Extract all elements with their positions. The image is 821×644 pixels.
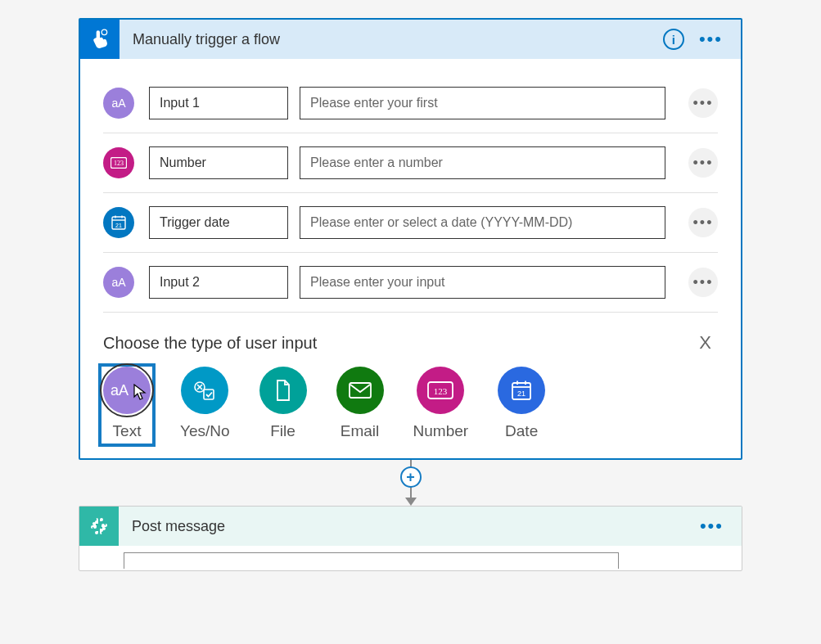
file-icon xyxy=(259,367,307,414)
svg-text:123: 123 xyxy=(434,386,448,396)
post-message-card: Post message ••• xyxy=(79,506,742,571)
picker-option-email[interactable]: Email xyxy=(336,367,384,440)
date-type-icon: 21 xyxy=(103,207,134,238)
post-message-menu-button[interactable]: ••• xyxy=(697,519,727,534)
picker-option-yesno[interactable]: Yes/No xyxy=(180,367,230,440)
info-icon[interactable]: i xyxy=(663,29,684,50)
email-icon xyxy=(336,367,384,414)
date-icon: 21 xyxy=(498,367,545,414)
trigger-menu-button[interactable]: ••• xyxy=(696,32,726,47)
arrow-down-icon xyxy=(405,498,417,506)
picker-option-text[interactable]: aA Text xyxy=(98,363,156,447)
trigger-card: Manually trigger a flow i ••• aA Input 1… xyxy=(79,18,742,460)
input-row-menu-button[interactable]: ••• xyxy=(688,268,718,297)
svg-text:21: 21 xyxy=(517,390,526,398)
svg-text:123: 123 xyxy=(114,160,124,167)
svg-text:21: 21 xyxy=(115,223,122,228)
number-icon: 123 xyxy=(417,367,464,414)
text-type-icon: aA xyxy=(103,267,134,298)
cursor-icon xyxy=(133,384,148,400)
post-message-title: Post message xyxy=(119,518,697,535)
picker-option-date[interactable]: 21 Date xyxy=(498,367,545,440)
slack-icon xyxy=(79,507,119,546)
svg-point-0 xyxy=(101,29,107,35)
picker-option-label: File xyxy=(270,422,295,440)
trigger-title: Manually trigger a flow xyxy=(120,31,663,48)
picker-close-button[interactable]: X xyxy=(692,329,718,357)
number-type-icon: 123 xyxy=(103,147,134,178)
input-name-field[interactable]: Input 1 xyxy=(149,87,288,119)
input-row: aA Input 1 Please enter your first ••• xyxy=(103,74,718,133)
picker-title: Choose the type of user input xyxy=(103,334,317,353)
input-row: 21 Trigger date Please enter or select a… xyxy=(103,193,718,253)
input-name-field[interactable]: Number xyxy=(149,146,288,179)
text-type-icon: aA xyxy=(103,88,134,119)
text-icon: aA xyxy=(103,367,151,414)
input-row-menu-button[interactable]: ••• xyxy=(688,88,718,118)
picker-option-label: Text xyxy=(113,422,142,440)
input-row: aA Input 2 Please enter your input ••• xyxy=(103,253,718,313)
input-name-field[interactable]: Trigger date xyxy=(149,206,288,239)
add-step-button[interactable]: + xyxy=(400,466,422,488)
input-name-field[interactable]: Input 2 xyxy=(149,266,288,299)
picker-option-label: Email xyxy=(341,422,380,440)
picker-option-label: Yes/No xyxy=(180,422,230,440)
trigger-body: aA Input 1 Please enter your first ••• 1… xyxy=(80,59,741,458)
svg-rect-11 xyxy=(204,390,214,399)
picker-option-label: Number xyxy=(413,422,469,440)
post-message-field[interactable] xyxy=(124,552,619,569)
picker-option-number[interactable]: 123 Number xyxy=(413,367,469,440)
input-type-picker: Choose the type of user input X aA Text … xyxy=(103,313,718,440)
manual-trigger-icon xyxy=(80,20,120,59)
input-value-field[interactable]: Please enter your first xyxy=(300,87,665,119)
post-message-header: Post message ••• xyxy=(79,507,742,546)
trigger-header: Manually trigger a flow i ••• xyxy=(80,20,741,59)
picker-option-file[interactable]: File xyxy=(259,367,307,440)
input-row-menu-button[interactable]: ••• xyxy=(688,148,718,178)
svg-rect-12 xyxy=(350,383,371,398)
input-row: 123 Number Please enter a number ••• xyxy=(103,133,718,193)
input-value-field[interactable]: Please enter your input xyxy=(300,266,665,299)
flow-connector: + xyxy=(79,460,742,506)
input-value-field[interactable]: Please enter a number xyxy=(300,146,665,179)
input-row-menu-button[interactable]: ••• xyxy=(688,208,718,237)
picker-option-label: Date xyxy=(505,422,538,440)
input-value-field[interactable]: Please enter or select a date (YYYY-MM-D… xyxy=(300,206,665,239)
yesno-icon xyxy=(181,367,228,414)
